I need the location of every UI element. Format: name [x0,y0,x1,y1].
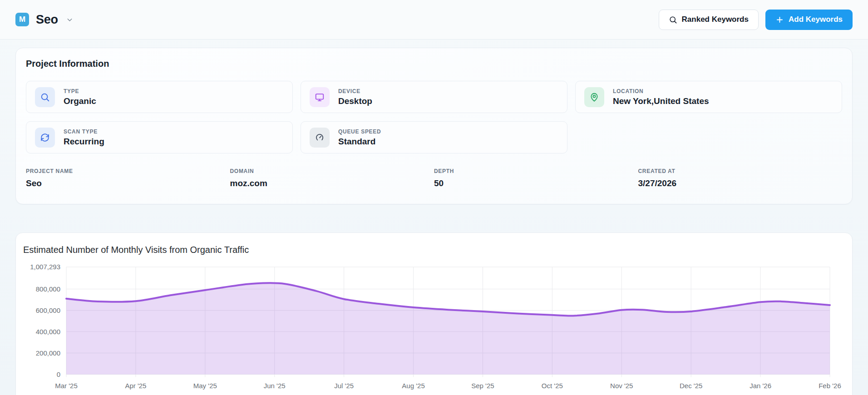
tile-label: LOCATION [613,88,709,94]
tile-label: DEVICE [338,88,372,94]
gauge-icon [315,133,325,143]
tile-label: QUEUE SPEED [338,128,381,135]
y-tick-label: 0 [57,370,60,378]
y-tick-label: 200,000 [36,349,60,357]
meta-value: 50 [434,178,638,188]
project-switcher[interactable]: M Seo [15,13,74,27]
meta-label: CREATED AT [638,168,843,174]
main-content: Project Information TYPEOrganicDEVICEDes… [0,48,868,395]
meta-value: 3/27/2026 [638,178,843,188]
meta-label: DOMAIN [230,168,434,174]
x-tick-label: May '25 [193,382,217,390]
info-tile-queue-speed: QUEUE SPEEDStandard [301,121,567,153]
page-title: Seo [36,13,58,27]
header-actions: Ranked Keywords Add Keywords [659,10,853,30]
monitor-icon-badge [310,87,330,107]
meta-label: PROJECT NAME [26,168,230,174]
meta-depth: DEPTH50 [434,168,638,188]
y-tick-label: 400,000 [36,328,60,336]
info-tile-device: DEVICEDesktop [301,81,567,113]
meta-label: DEPTH [434,168,638,174]
info-tile-type: TYPEOrganic [26,81,293,113]
info-tile-location: LOCATIONNew York,United States [575,81,842,113]
ranked-keywords-button[interactable]: Ranked Keywords [659,10,759,30]
project-meta: PROJECT NAMESeoDOMAINmoz.comDEPTH50CREAT… [26,168,842,188]
tile-value: Organic [64,96,96,106]
ranked-keywords-label: Ranked Keywords [682,15,749,24]
x-tick-label: Sep '25 [471,382,494,390]
moz-logo: M [15,13,29,26]
meta-created-at: CREATED AT3/27/2026 [638,168,843,188]
plus-icon [775,15,784,24]
y-tick-label: 800,000 [36,285,60,293]
chart-title: Estimated Number of Monthly Visits from … [23,245,845,255]
search-icon-badge [35,87,55,107]
x-tick-label: Apr '25 [125,382,146,390]
refresh-icon [40,133,50,143]
x-tick-label: Nov '25 [610,382,633,390]
meta-project-name: PROJECT NAMESeo [26,168,230,188]
traffic-chart-card: Estimated Number of Monthly Visits from … [15,232,853,395]
map-pin-icon [589,92,599,102]
info-tile-scan-type: SCAN TYPERecurring [26,121,293,153]
tile-value: Desktop [338,96,372,106]
chevron-down-icon[interactable] [66,16,74,24]
x-tick-label: Jun '25 [264,382,286,390]
x-tick-label: Mar '25 [55,382,78,390]
project-tiles: TYPEOrganicDEVICEDesktopLOCATIONNew York… [26,81,842,153]
map-pin-icon-badge [584,87,604,107]
tile-value: New York,United States [613,96,709,106]
x-tick-label: Jan '26 [750,382,771,390]
y-tick-label: 1,007,293 [30,263,60,271]
x-tick-label: Dec '25 [680,382,702,390]
x-tick-label: Aug '25 [402,382,424,390]
monitor-icon [315,92,325,102]
x-tick-label: Oct '25 [542,382,563,390]
y-tick-label: 600,000 [36,306,60,314]
project-information-card: Project Information TYPEOrganicDEVICEDes… [15,48,853,204]
gauge-icon-badge [310,128,330,148]
traffic-chart-svg: 0200,000400,000600,000800,0001,007,293Ma… [23,259,846,395]
traffic-area-fill [66,283,830,374]
refresh-icon-badge [35,128,55,148]
meta-value: moz.com [230,178,434,188]
x-tick-label: Jul '25 [334,382,354,390]
x-tick-label: Feb '26 [819,382,841,390]
search-icon [669,15,677,24]
meta-value: Seo [26,178,230,188]
add-keywords-label: Add Keywords [789,15,843,24]
tile-value: Standard [338,137,381,147]
project-information-heading: Project Information [26,59,842,69]
tile-label: TYPE [64,88,96,94]
top-header: M Seo Ranked Keywords Add Keywords [0,0,868,40]
tile-value: Recurring [64,137,104,147]
add-keywords-button[interactable]: Add Keywords [765,10,853,30]
meta-domain: DOMAINmoz.com [230,168,434,188]
search-icon [40,92,50,102]
tile-label: SCAN TYPE [64,128,104,135]
